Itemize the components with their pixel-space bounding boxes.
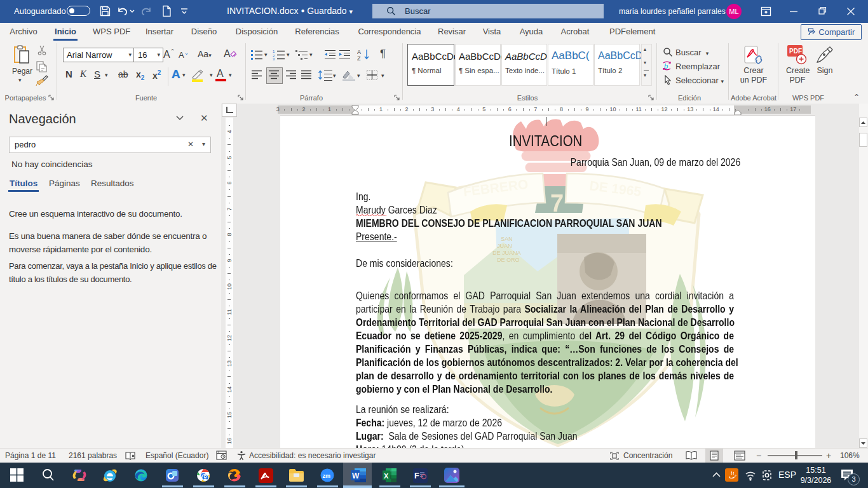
svg-text:A: A (357, 49, 361, 55)
svg-text:zm: zm (323, 473, 331, 479)
svg-text:b: b (664, 62, 668, 70)
svg-text:7: 7 (550, 190, 564, 217)
svg-text:DE JUANA: DE JUANA (492, 250, 521, 256)
svg-text:X: X (384, 472, 389, 480)
svg-text:Z: Z (357, 55, 361, 61)
svg-text:SAN: SAN (501, 236, 513, 242)
svg-text:W: W (352, 471, 360, 480)
svg-text:F: F (414, 471, 419, 480)
svg-text:DE ORO: DE ORO (497, 257, 520, 263)
svg-text:JUAN: JUAN (497, 243, 512, 249)
svg-text:1: 1 (273, 50, 275, 53)
svg-text:PDF: PDF (789, 48, 802, 55)
svg-text:3: 3 (273, 57, 275, 60)
